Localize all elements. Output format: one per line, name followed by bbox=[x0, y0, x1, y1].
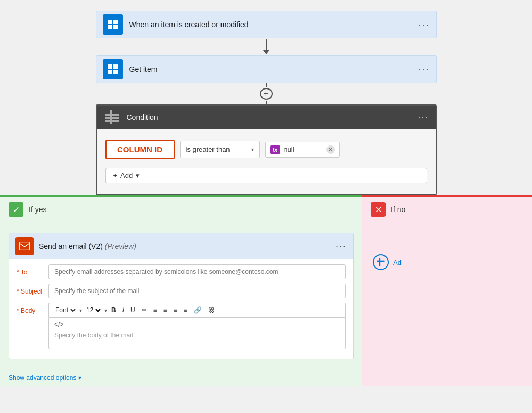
if-yes-label: If yes bbox=[29, 205, 46, 214]
if-yes-header: ✓ If yes bbox=[0, 197, 362, 222]
trigger-dots[interactable]: ··· bbox=[418, 19, 429, 30]
align-left-button[interactable]: ≡ bbox=[171, 305, 179, 315]
font-select[interactable]: Font bbox=[53, 306, 77, 314]
get-item-label: Get item bbox=[129, 65, 419, 74]
condition-header: Condition ··· bbox=[97, 106, 436, 129]
align-center-button[interactable]: ≡ bbox=[182, 305, 190, 315]
to-input[interactable] bbox=[48, 264, 346, 279]
connector-arrow-1 bbox=[263, 50, 269, 54]
subject-field-row: Subject bbox=[17, 284, 346, 298]
underline-button[interactable]: U bbox=[128, 305, 137, 315]
connector-1 bbox=[263, 38, 269, 55]
cross-icon: ✕ bbox=[375, 205, 382, 215]
trigger-label: When an item is created or modified bbox=[129, 20, 419, 29]
operator-label: is greater than bbox=[186, 145, 230, 153]
connector-2: + bbox=[260, 83, 273, 104]
value-close-btn[interactable]: × bbox=[326, 145, 335, 154]
if-no-add-button[interactable]: Ad bbox=[362, 222, 532, 302]
highlight-button[interactable]: ✏ bbox=[140, 305, 149, 315]
font-chevron: ▾ bbox=[79, 307, 82, 313]
svg-rect-0 bbox=[108, 20, 112, 24]
svg-rect-2 bbox=[108, 25, 112, 29]
add-chevron: ▾ bbox=[136, 172, 140, 180]
fx-badge: fx bbox=[270, 145, 281, 154]
svg-rect-5 bbox=[113, 64, 118, 69]
svg-rect-1 bbox=[113, 20, 118, 24]
svg-rect-3 bbox=[113, 25, 118, 29]
svg-rect-12 bbox=[20, 242, 29, 250]
condition-title: Condition bbox=[127, 113, 418, 122]
to-field-row: To bbox=[17, 264, 346, 279]
if-no-icon: ✕ bbox=[371, 202, 386, 217]
list2-button[interactable]: ≡ bbox=[161, 305, 169, 315]
column-id-box[interactable]: COLUMN ID bbox=[105, 140, 175, 159]
if-no-header: ✕ If no bbox=[362, 197, 532, 222]
email-card-header: Send an email (V2) (Preview) ··· bbox=[9, 233, 353, 259]
if-no-add-label: Ad bbox=[393, 258, 402, 266]
bold-button[interactable]: B bbox=[109, 305, 118, 315]
condition-icon bbox=[103, 109, 120, 126]
svg-rect-11 bbox=[110, 110, 112, 124]
condition-body: COLUMN ID is greater than ▾ fx null × + … bbox=[97, 129, 436, 194]
svg-rect-14 bbox=[379, 258, 381, 266]
add-circle-icon bbox=[373, 254, 389, 270]
svg-rect-4 bbox=[108, 64, 112, 69]
get-item-icon bbox=[103, 59, 123, 79]
if-yes-icon: ✓ bbox=[9, 202, 23, 217]
body-code-tag: </> bbox=[54, 321, 340, 328]
to-label: To bbox=[17, 264, 48, 276]
italic-button[interactable]: I bbox=[120, 305, 126, 315]
connector-line-1 bbox=[266, 39, 267, 50]
line-bottom bbox=[266, 101, 267, 104]
condition-dots[interactable]: ··· bbox=[418, 112, 429, 123]
unlink-button[interactable]: ⛓ bbox=[206, 305, 217, 315]
body-area[interactable]: </> Specify the body of the mail bbox=[48, 317, 346, 349]
operator-chevron: ▾ bbox=[251, 147, 254, 152]
if-no-label: If no bbox=[391, 205, 405, 214]
add-step-button[interactable]: + bbox=[260, 88, 273, 100]
email-card: Send an email (V2) (Preview) ··· To Subj… bbox=[9, 233, 354, 359]
body-editor: Font ▾ 12 ▾ B I U ✏ ≡ ≡ bbox=[48, 303, 346, 349]
branch-row: ✓ If yes Send an email (V2) (Preview) ··… bbox=[0, 195, 532, 386]
value-text: null bbox=[283, 145, 323, 153]
email-card-dots[interactable]: ··· bbox=[335, 241, 347, 252]
line-top bbox=[266, 83, 267, 87]
link-button[interactable]: 🔗 bbox=[192, 305, 204, 315]
subject-label: Subject bbox=[17, 284, 48, 295]
show-advanced-chevron: ▾ bbox=[78, 374, 81, 382]
body-placeholder: Specify the body of the mail bbox=[54, 331, 340, 339]
operator-dropdown[interactable]: is greater than ▾ bbox=[180, 141, 260, 158]
if-yes-section: ✓ If yes Send an email (V2) (Preview) ··… bbox=[0, 195, 362, 386]
add-plus-icon: + bbox=[113, 172, 118, 180]
subject-input[interactable] bbox=[48, 284, 346, 298]
add-label: Add bbox=[120, 172, 133, 180]
svg-rect-7 bbox=[113, 70, 118, 74]
font-size-select[interactable]: 12 bbox=[84, 306, 102, 314]
get-item-step: Get item ··· bbox=[96, 55, 437, 83]
trigger-icon bbox=[103, 14, 123, 35]
body-toolbar: Font ▾ 12 ▾ B I U ✏ ≡ ≡ bbox=[48, 303, 346, 317]
trigger-step: When an item is created or modified ··· bbox=[96, 11, 437, 38]
if-no-section: ✕ If no Ad bbox=[362, 195, 532, 386]
get-item-dots[interactable]: ··· bbox=[418, 64, 429, 75]
svg-rect-13 bbox=[377, 261, 385, 262]
condition-row: COLUMN ID is greater than ▾ fx null × bbox=[105, 140, 427, 159]
email-card-title: Send an email (V2) (Preview) bbox=[39, 242, 335, 250]
email-icon bbox=[15, 237, 34, 255]
email-preview-badge: (Preview) bbox=[105, 242, 136, 250]
body-field-row: Body Font ▾ 12 ▾ B I bbox=[17, 303, 346, 349]
body-label: Body bbox=[17, 303, 48, 314]
condition-block: Condition ··· COLUMN ID is greater than … bbox=[96, 104, 437, 195]
value-box[interactable]: fx null × bbox=[265, 142, 340, 158]
svg-rect-6 bbox=[108, 70, 112, 74]
list1-button[interactable]: ≡ bbox=[151, 305, 159, 315]
check-icon: ✓ bbox=[13, 205, 20, 215]
add-condition-button[interactable]: + Add ▾ bbox=[105, 168, 427, 183]
font-size-chevron: ▾ bbox=[104, 307, 107, 313]
email-card-body: To Subject Body Font bbox=[9, 259, 353, 359]
show-advanced-link[interactable]: Show advanced options ▾ bbox=[0, 370, 362, 386]
